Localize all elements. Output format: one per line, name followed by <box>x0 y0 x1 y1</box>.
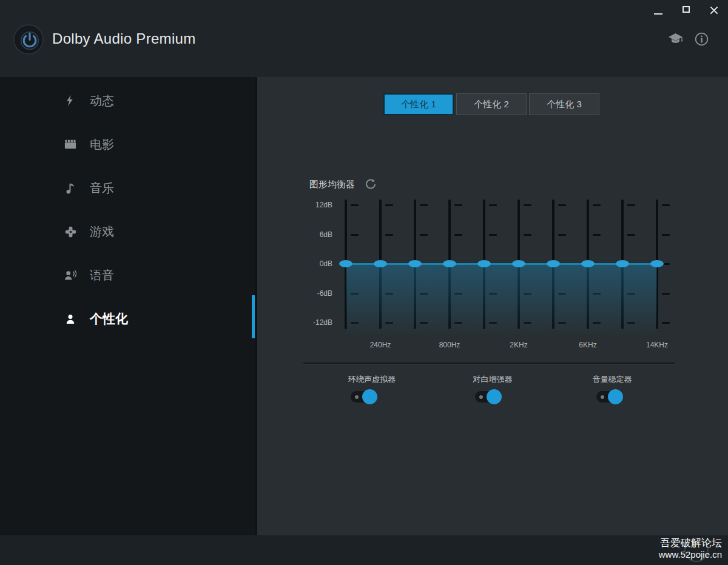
eq-y-tick-label: -6dB <box>303 289 332 298</box>
eq-x-tick-label: 2KHz <box>497 341 540 349</box>
toggle-knob-on <box>487 389 502 404</box>
eq-slider-handle[interactable] <box>581 260 595 267</box>
watermark-text: 吾爱破解论坛 <box>660 536 722 550</box>
sidebar-separator <box>255 77 257 535</box>
power-icon <box>18 29 41 52</box>
eq-slider-handle[interactable] <box>650 260 664 267</box>
eq-tick-mark <box>489 204 497 206</box>
eq-tick-mark <box>593 204 601 206</box>
eq-tick-mark <box>351 234 359 236</box>
sidebar-item-movie[interactable]: 电影 <box>0 122 255 166</box>
eq-tick-mark <box>454 204 462 206</box>
eq-tick-mark <box>420 234 428 236</box>
tutorial-cap-icon[interactable] <box>667 32 684 48</box>
eq-tick-mark <box>662 234 670 236</box>
eq-tick-mark <box>662 293 670 295</box>
eq-slider-handle[interactable] <box>374 260 387 267</box>
eq-tick-mark <box>420 204 428 206</box>
eq-slider-handle[interactable] <box>616 260 629 267</box>
film-icon <box>63 137 78 152</box>
minimize-button[interactable] <box>654 13 662 15</box>
sidebar-item-label: 电影 <box>90 136 114 153</box>
eq-tick-mark <box>454 234 462 236</box>
toggle-off-dot <box>601 395 604 399</box>
toggle-off-dot <box>479 395 483 399</box>
music-note-icon <box>63 181 78 195</box>
toggle-knob-on <box>362 389 377 404</box>
eq-tick-mark <box>662 204 670 206</box>
tab-preset-2[interactable]: 个性化 2 <box>456 93 527 115</box>
reset-icon[interactable] <box>365 178 377 190</box>
equalizer-title: 图形均衡器 <box>309 179 355 190</box>
sidebar-item-game[interactable]: 游戏 <box>0 210 255 253</box>
volume-leveler-label: 音量稳定器 <box>576 374 649 385</box>
eq-y-tick-label: 6dB <box>303 230 332 239</box>
surround-virtualizer-label: 环绕声虚拟器 <box>335 374 408 385</box>
tab-preset-1[interactable]: 个性化 1 <box>383 93 454 115</box>
sidebar-item-label: 音乐 <box>90 180 114 196</box>
eq-tick-mark <box>385 204 393 206</box>
app-title: Dolby Audio Premium <box>52 30 195 47</box>
gamepad-icon <box>63 224 78 239</box>
toggle-off-dot <box>355 395 359 399</box>
person-icon <box>63 312 78 326</box>
eq-slider-handle[interactable] <box>339 260 352 267</box>
preset-tabs: 个性化 1个性化 2个性化 3 <box>383 93 599 115</box>
eq-curve-line <box>346 263 658 265</box>
maximize-button[interactable] <box>682 6 690 13</box>
eq-slider-handle[interactable] <box>408 260 422 267</box>
watermark-url: www.52pojie.cn <box>659 549 722 560</box>
eq-y-tick-label: 0dB <box>303 259 332 268</box>
eq-slider-handle[interactable] <box>477 260 491 267</box>
eq-tick-mark <box>524 204 531 206</box>
eq-y-tick-label: 12dB <box>303 201 332 209</box>
sidebar-item-label: 语音 <box>90 267 114 284</box>
dialogue-enhancer-toggle[interactable] <box>475 391 499 403</box>
eq-y-tick-label: -12dB <box>303 318 332 327</box>
sidebar-item-music[interactable]: 音乐 <box>0 166 255 210</box>
eq-tick-mark <box>351 204 359 206</box>
sidebar-item-label: 个性化 <box>90 310 128 327</box>
sidebar-item-voice[interactable]: 语音 <box>0 253 255 297</box>
eq-slider-handle[interactable] <box>443 260 456 267</box>
eq-tick-mark <box>385 234 393 236</box>
sidebar-item-label: 动态 <box>90 93 114 109</box>
toggle-knob-on <box>608 389 623 404</box>
selected-item-indicator <box>252 295 255 338</box>
tab-preset-3[interactable]: 个性化 3 <box>529 93 599 115</box>
eq-x-tick-label: 6KHz <box>567 341 609 349</box>
eq-slider-handle[interactable] <box>547 260 560 267</box>
eq-x-tick-label: 240Hz <box>359 341 402 349</box>
graphic-equalizer: 12dB6dB0dB-6dB-12dB240Hz800Hz2KHz6KHz14K… <box>303 197 682 353</box>
sidebar-item-dynamic[interactable]: 动态 <box>0 79 255 122</box>
eq-tick-mark <box>558 234 566 236</box>
eq-x-tick-label: 800Hz <box>428 341 471 349</box>
sidebar-item-personalize[interactable]: 个性化 <box>0 297 255 341</box>
eq-slider-handle[interactable] <box>512 260 525 267</box>
eq-tick-mark <box>558 204 566 206</box>
eq-x-tick-label: 14KHz <box>636 341 678 349</box>
close-button[interactable] <box>709 5 720 16</box>
section-divider <box>303 363 675 364</box>
dialogue-enhancer-label: 对白增强器 <box>456 374 529 385</box>
volume-leveler-toggle[interactable] <box>596 391 621 403</box>
eq-tick-mark <box>627 204 635 206</box>
voice-icon <box>63 268 78 282</box>
sidebar-item-label: 游戏 <box>90 224 114 240</box>
footer-bar <box>0 535 728 565</box>
eq-tick-mark <box>524 234 531 236</box>
eq-tick-mark <box>489 234 497 236</box>
dolby-power-button[interactable] <box>13 24 44 55</box>
eq-curve-fill <box>346 265 657 337</box>
eq-tick-mark <box>593 234 601 236</box>
eq-tick-mark <box>662 322 670 324</box>
eq-tick-mark <box>627 234 635 236</box>
surround-virtualizer-toggle[interactable] <box>351 391 375 403</box>
info-icon[interactable] <box>695 32 709 48</box>
lightning-icon <box>63 93 78 108</box>
